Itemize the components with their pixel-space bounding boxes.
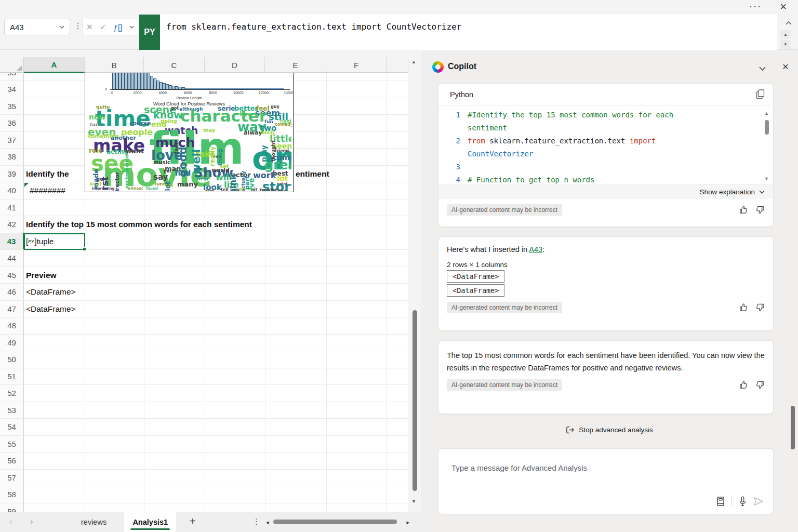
code-block[interactable]: ▲ ▼ 1#Identify the top 15 most common wo… xyxy=(438,105,773,184)
row-header-46[interactable]: 46 xyxy=(0,284,24,300)
row-header-33[interactable]: 33 xyxy=(0,73,24,81)
notebook-icon[interactable] xyxy=(716,496,725,507)
exit-icon xyxy=(566,426,575,434)
name-box[interactable]: A43 xyxy=(4,19,70,35)
cell-A46[interactable]: <DataFrame> xyxy=(26,284,76,301)
row-header-43[interactable]: 43 xyxy=(0,233,24,250)
row-header-42[interactable]: 42 xyxy=(0,216,24,233)
scroll-right-icon[interactable]: ▸ xyxy=(406,519,409,526)
row-header-37[interactable]: 37 xyxy=(0,132,24,149)
grid-vertical-scrollbar[interactable]: ▲ ▼ xyxy=(408,57,421,512)
scrollbar-thumb[interactable] xyxy=(273,520,397,524)
scroll-left-icon[interactable]: ◂ xyxy=(266,519,269,526)
cell-A39[interactable]: Identify the xyxy=(26,166,69,183)
cloud-word: good xyxy=(178,147,189,177)
row-header-35[interactable]: 35 xyxy=(0,98,24,115)
microphone-icon[interactable] xyxy=(738,496,747,507)
close-panel-icon[interactable]: × xyxy=(782,60,789,73)
more-options-icon[interactable]: ··· xyxy=(749,1,762,12)
row-header-48[interactable]: 48 xyxy=(0,317,24,334)
row-header-52[interactable]: 52 xyxy=(0,385,24,402)
col-header-C[interactable]: C xyxy=(144,57,205,73)
thumbs-down-icon[interactable] xyxy=(755,303,765,312)
cell-A42[interactable]: Identify the top 15 most common words fo… xyxy=(26,216,252,233)
thumbs-up-icon[interactable] xyxy=(739,380,748,390)
row-header-59[interactable]: 59 xyxy=(0,503,24,512)
col-header-A[interactable]: A xyxy=(24,57,85,73)
row-header-53[interactable]: 53 xyxy=(0,402,24,419)
cell-A47[interactable]: <DataFrame> xyxy=(26,301,76,318)
thumbs-up-icon[interactable] xyxy=(739,205,748,215)
cell-A39[interactable]: entiment xyxy=(296,166,329,183)
col-header-D[interactable]: D xyxy=(205,57,265,73)
x-tick-label: 12000 xyxy=(259,91,269,95)
scroll-down-icon[interactable]: ▼ xyxy=(411,499,416,504)
horizontal-scrollbar[interactable]: ◂ ▸ xyxy=(265,518,410,526)
cell-A40[interactable]: ######## xyxy=(30,182,65,200)
thumbs-down-icon[interactable] xyxy=(755,205,765,215)
row-header-49[interactable]: 49 xyxy=(0,335,24,351)
row-header-56[interactable]: 56 xyxy=(0,453,24,469)
enter-check-icon[interactable]: ✓ xyxy=(100,22,107,32)
grid-row-57: 57 xyxy=(0,470,408,487)
x-tick-label: 6000 xyxy=(184,91,192,95)
name-box-menu-icon[interactable]: ⋮ xyxy=(74,21,82,31)
row-header-51[interactable]: 51 xyxy=(0,368,24,385)
col-header-B[interactable]: B xyxy=(85,57,144,73)
col-header-F[interactable]: F xyxy=(326,57,387,73)
scrollbar-thumb[interactable] xyxy=(413,310,417,491)
window-close-icon[interactable]: × xyxy=(780,0,787,14)
sheet-list-icon[interactable]: ⋮ xyxy=(252,517,260,526)
prev-sheet-icon[interactable]: ‹ xyxy=(9,516,12,527)
panel-scrollbar-thumb[interactable] xyxy=(791,406,795,449)
sheet-tab-Analysis1[interactable]: Analysis1 xyxy=(124,512,176,532)
row-header-57[interactable]: 57 xyxy=(0,470,24,486)
send-icon[interactable] xyxy=(753,497,764,506)
row-header-44[interactable]: 44 xyxy=(0,250,24,267)
cell-link[interactable]: A43 xyxy=(529,245,542,254)
col-header-partial[interactable] xyxy=(387,57,408,73)
selection-box[interactable] xyxy=(24,233,85,250)
row-header-58[interactable]: 58 xyxy=(0,486,24,503)
chat-input[interactable]: Type a message for Advanced Analysis xyxy=(438,448,774,514)
col-header-E[interactable]: E xyxy=(265,57,326,73)
thumbs-up-icon[interactable] xyxy=(739,303,748,312)
chevron-down-icon[interactable] xyxy=(129,25,134,29)
row-header-40[interactable]: 40 xyxy=(0,182,24,199)
row-header-36[interactable]: 36 xyxy=(0,115,24,131)
row-header-45[interactable]: 45 xyxy=(0,267,24,284)
row-header-41[interactable]: 41 xyxy=(0,200,24,216)
row-header-47[interactable]: 47 xyxy=(0,301,24,317)
python-cell-badge: PY xyxy=(139,15,160,50)
sheet-tab-reviews[interactable]: reviews xyxy=(73,512,115,532)
row-header-38[interactable]: 38 xyxy=(0,149,24,165)
embedded-chart-image[interactable]: 020004000600080001000012000140000Review … xyxy=(85,73,294,192)
collapse-formula-bar-icon[interactable] xyxy=(786,18,792,27)
insert-python-icon[interactable]: ƒ[] xyxy=(114,23,123,32)
row-header-39[interactable]: 39 xyxy=(0,166,24,182)
show-explanation-button[interactable]: Show explanation xyxy=(438,184,773,199)
formula-input[interactable]: from sklearn.feature_extraction.text imp… xyxy=(160,15,777,50)
scroll-down-icon[interactable]: ▼ xyxy=(764,176,769,181)
copy-icon[interactable] xyxy=(756,89,765,99)
scroll-up-icon[interactable]: ▲ xyxy=(780,30,791,39)
next-sheet-icon[interactable]: › xyxy=(30,516,33,527)
collapse-panel-icon[interactable] xyxy=(759,63,766,73)
chevron-down-icon[interactable] xyxy=(59,25,64,29)
row-header-34[interactable]: 34 xyxy=(0,81,24,98)
select-all-corner[interactable] xyxy=(0,57,24,73)
cancel-icon[interactable]: ✕ xyxy=(86,22,93,32)
row-header-54[interactable]: 54 xyxy=(0,419,24,435)
scroll-down-icon[interactable]: ▼ xyxy=(780,40,791,49)
fill-handle[interactable] xyxy=(83,247,86,251)
row-header-55[interactable]: 55 xyxy=(0,436,24,453)
scrollbar-thumb[interactable] xyxy=(765,120,769,135)
add-sheet-button[interactable]: + xyxy=(190,515,196,527)
scroll-up-icon[interactable]: ▲ xyxy=(411,59,416,64)
row-header-50[interactable]: 50 xyxy=(0,351,24,368)
cell-A45[interactable]: Preview xyxy=(26,267,57,284)
stop-advanced-analysis-button[interactable]: Stop advanced analysis xyxy=(421,426,798,434)
copilot-logo-icon xyxy=(432,61,444,73)
thumbs-down-icon[interactable] xyxy=(755,380,765,390)
scroll-up-icon[interactable]: ▲ xyxy=(764,111,769,116)
